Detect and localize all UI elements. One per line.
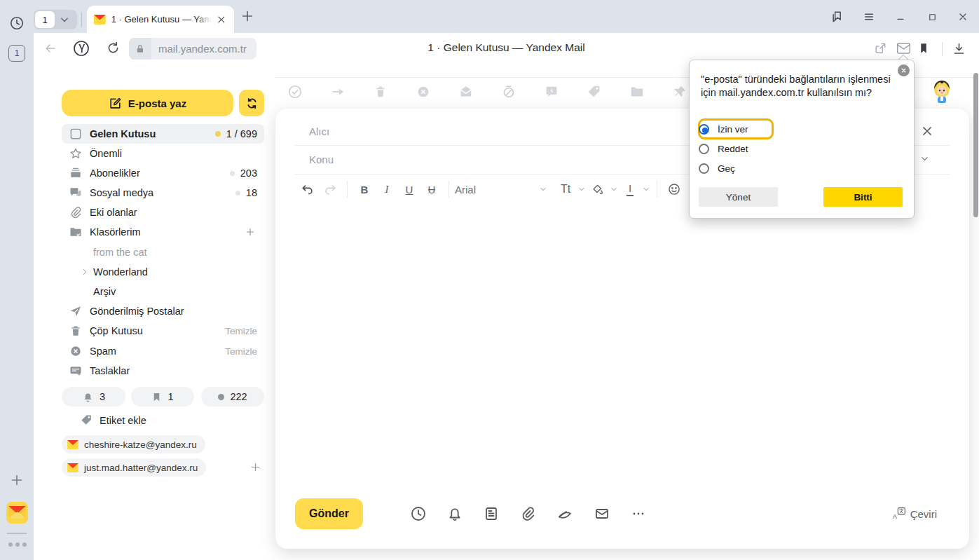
- sidebar-item-drafts[interactable]: Taslaklar: [62, 361, 264, 381]
- sidebar-item-social[interactable]: Sosyal medya 18: [62, 183, 264, 203]
- reminder-icon[interactable]: [544, 84, 559, 100]
- rail-more-icon[interactable]: [8, 542, 27, 547]
- account-item[interactable]: just.mad.hatter@yandex.ru: [62, 458, 206, 477]
- reload-icon[interactable]: [106, 41, 121, 55]
- notifications-badge[interactable]: 3: [62, 387, 125, 407]
- radio-option-skip[interactable]: Geç: [699, 163, 735, 174]
- bookmark-flag-icon[interactable]: [917, 41, 930, 55]
- undo-icon[interactable]: [296, 179, 319, 200]
- add-folder-icon[interactable]: [245, 226, 256, 238]
- sidebar-item-wonderland[interactable]: Wonderland: [62, 262, 264, 282]
- active-tab[interactable]: 1 · Gelen Kutusu — Yandex Mail: [87, 6, 234, 33]
- attach-file-icon[interactable]: [519, 505, 536, 522]
- avatar[interactable]: [930, 79, 954, 103]
- copy-to-self-icon[interactable]: [594, 505, 610, 522]
- window-maximize-icon[interactable]: [924, 9, 940, 25]
- more-options-icon[interactable]: [630, 505, 647, 522]
- sidebar-item-sent[interactable]: Gönderilmiş Postalar: [62, 301, 264, 321]
- radio-option-deny[interactable]: Reddet: [699, 144, 748, 154]
- new-tab-icon[interactable]: [240, 8, 255, 24]
- empty-trash-link[interactable]: Temizle: [225, 326, 257, 336]
- text-color-button[interactable]: I: [619, 179, 641, 200]
- emoji-icon[interactable]: [663, 179, 685, 200]
- spam-icon[interactable]: [416, 84, 431, 100]
- sidebar-item-my-folders[interactable]: Klasörlerim: [62, 222, 264, 242]
- template-icon[interactable]: [483, 505, 500, 522]
- schedule-send-icon[interactable]: [410, 505, 427, 522]
- unread-badge[interactable]: 222: [201, 387, 264, 407]
- strikethrough-button[interactable]: Ʉ: [420, 179, 443, 200]
- sidebar-item-trash[interactable]: Çöp Kutusu Temizle: [62, 321, 264, 341]
- window-minimize-icon[interactable]: [893, 9, 908, 25]
- font-family-select[interactable]: Arial: [455, 179, 532, 200]
- download-icon[interactable]: [952, 41, 966, 56]
- window-close-icon[interactable]: [955, 9, 971, 25]
- snooze-icon[interactable]: [501, 84, 516, 100]
- back-icon[interactable]: [43, 41, 57, 55]
- move-folder-icon[interactable]: [629, 84, 645, 100]
- signature-icon[interactable]: [556, 505, 573, 522]
- protocol-handler-mail-icon[interactable]: [896, 42, 911, 55]
- compose-button[interactable]: E-posta yaz: [62, 90, 233, 116]
- yandex-mail-app-icon[interactable]: [6, 502, 28, 524]
- tab-group-pill[interactable]: 1: [34, 10, 77, 29]
- url-field[interactable]: mail.yandex.com.tr: [129, 38, 256, 60]
- font-family-chevron-icon[interactable]: [532, 179, 554, 200]
- radio-icon[interactable]: [699, 144, 709, 154]
- lock-icon[interactable]: [129, 38, 151, 60]
- label-icon[interactable]: [587, 84, 602, 100]
- italic-button[interactable]: I: [376, 179, 398, 200]
- radio-icon[interactable]: [699, 163, 709, 174]
- translate-button[interactable]: A Çeviri: [892, 507, 937, 521]
- sidebar-item-spam[interactable]: Spam Temizle: [62, 341, 264, 361]
- sidebar-item-from-the-cat[interactable]: from the cat: [62, 243, 264, 262]
- sidebar-item-subscriptions[interactable]: Abonelikler 203: [62, 163, 264, 183]
- mark-read-icon[interactable]: [458, 84, 474, 100]
- forward-icon[interactable]: [330, 84, 345, 100]
- scrollbar-thumb[interactable]: [973, 73, 978, 217]
- delete-icon[interactable]: [373, 84, 388, 100]
- send-button[interactable]: Gönder: [295, 498, 363, 529]
- menu-icon[interactable]: [861, 9, 877, 25]
- highlight-chevron-icon[interactable]: [609, 179, 619, 200]
- inbox-icon: [69, 127, 83, 141]
- select-all-icon[interactable]: [287, 84, 303, 100]
- pin-icon[interactable]: [672, 84, 687, 100]
- refresh-button[interactable]: [239, 90, 264, 116]
- underline-button[interactable]: U: [398, 179, 420, 200]
- tab-counter-badge[interactable]: 1: [8, 45, 25, 62]
- redo-icon[interactable]: [319, 179, 341, 200]
- yandex-logo-icon[interactable]: [73, 40, 90, 57]
- done-button[interactable]: Bitti: [823, 187, 903, 207]
- share-icon[interactable]: [873, 41, 887, 55]
- account-item[interactable]: cheshire-katze@yandex.ru: [62, 435, 205, 453]
- chevron-right-icon[interactable]: [80, 267, 90, 277]
- popup-close-icon[interactable]: [898, 64, 910, 76]
- sidebar-item-attachments[interactable]: Eki olanlar: [62, 203, 264, 222]
- sidebar-item-archive[interactable]: Arşiv: [62, 282, 264, 301]
- close-compose-icon[interactable]: [920, 124, 934, 138]
- highlight-color-icon[interactable]: [587, 179, 609, 200]
- expand-recipients-icon[interactable]: [919, 153, 930, 164]
- sidebar-item-important[interactable]: Önemli: [62, 144, 264, 163]
- protocol-permission-popup: "e-posta" türündeki bağlantıların işlenm…: [689, 60, 915, 219]
- tab-strip: 1 1 · Gelen Kutusu — Yandex Mail: [34, 0, 979, 33]
- bookmarks-badge[interactable]: 1: [131, 387, 194, 407]
- radio-selected-icon[interactable]: [699, 124, 709, 135]
- add-label-button[interactable]: Etiket ekle: [80, 414, 146, 427]
- add-account-icon[interactable]: [249, 461, 261, 473]
- font-size-chevron-icon[interactable]: [577, 179, 587, 200]
- bold-button[interactable]: B: [353, 179, 376, 200]
- font-size-select[interactable]: Tt: [554, 179, 577, 200]
- sidebar-item-inbox[interactable]: Gelen Kutusu 1 / 699: [62, 124, 264, 144]
- radio-option-allow[interactable]: İzin ver: [699, 124, 748, 135]
- notify-icon[interactable]: [446, 505, 463, 522]
- text-color-chevron-icon[interactable]: [641, 179, 651, 200]
- rail-add-icon[interactable]: [9, 472, 25, 488]
- collections-icon[interactable]: [830, 9, 845, 25]
- tab-close-icon[interactable]: [216, 14, 227, 25]
- manage-button[interactable]: Yönet: [699, 187, 778, 207]
- rail-divider: [7, 533, 27, 534]
- history-icon[interactable]: [9, 15, 25, 31]
- empty-spam-link[interactable]: Temizle: [225, 346, 257, 357]
